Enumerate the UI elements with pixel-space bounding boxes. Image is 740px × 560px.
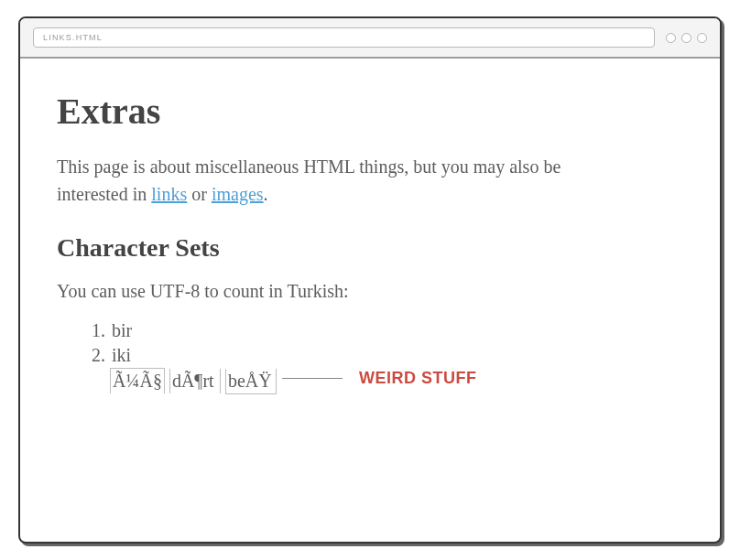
list-item-garbled: beÅŸ: [225, 369, 277, 394]
list-item: iki: [110, 343, 277, 368]
intro-text: .: [264, 184, 268, 204]
window-control-dot[interactable]: [697, 33, 707, 43]
list-item-garbled: dÃ¶rt: [169, 369, 221, 393]
annotation-leader-line: [282, 378, 343, 379]
url-text: LINKS.HTML: [43, 33, 103, 42]
intro-paragraph: This page is about miscellaneous HTML th…: [57, 153, 570, 208]
images-link[interactable]: images: [212, 184, 264, 204]
window-control-dot[interactable]: [681, 33, 691, 43]
annotation-label: WEIRD STUFF: [359, 369, 477, 388]
browser-chrome: LINKS.HTML: [20, 18, 720, 59]
intro-text: This page is about miscellaneous HTML th…: [57, 156, 560, 204]
links-link[interactable]: links: [151, 184, 187, 204]
window-control-dot[interactable]: [666, 33, 676, 43]
list-item-garbled: Ã¼Ã§: [110, 368, 165, 393]
section-heading: Character Sets: [57, 233, 683, 263]
page-content: Extras This page is about miscellaneous …: [20, 59, 720, 425]
intro-text: or: [191, 184, 212, 204]
section-subtext: You can use UTF-8 to count in Turkish:: [57, 281, 683, 302]
page-heading: Extras: [57, 90, 683, 133]
ordered-list: bir iki Ã¼Ã§ dÃ¶rt beÅŸ: [57, 318, 277, 394]
url-bar[interactable]: LINKS.HTML: [33, 27, 655, 48]
list-item: bir: [110, 318, 277, 343]
browser-window: LINKS.HTML Extras This page is about mis…: [18, 16, 722, 544]
window-controls: [666, 33, 707, 43]
